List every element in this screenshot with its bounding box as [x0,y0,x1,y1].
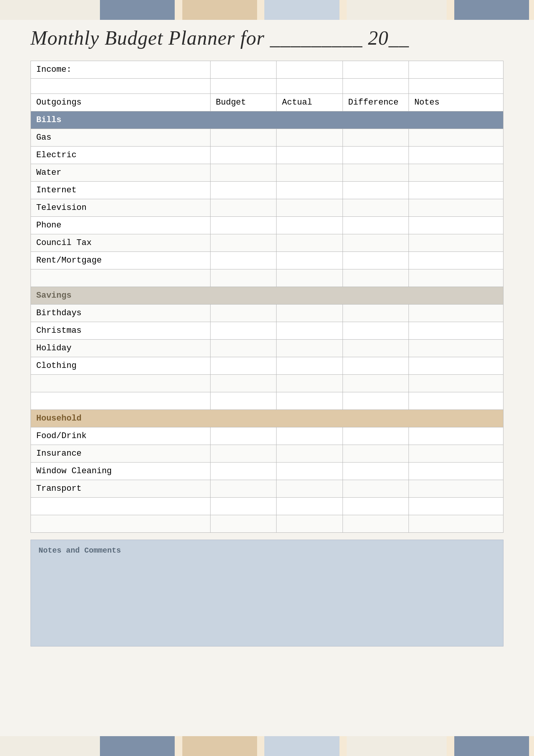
budget-cell[interactable] [210,463,276,480]
diff-cell[interactable] [343,129,409,147]
diff-cell[interactable] [343,480,409,498]
diff-cell[interactable] [343,252,409,269]
diff-cell[interactable] [343,234,409,252]
table-row: Holiday [31,340,503,357]
actual-cell[interactable] [277,305,343,322]
notes-cell[interactable] [409,357,503,375]
notes-cell[interactable] [409,182,503,199]
income-budget-cell[interactable] [210,61,276,79]
diff-cell[interactable] [343,498,409,515]
notes-label: Notes and Comments [39,546,495,555]
notes-cell[interactable] [409,234,503,252]
table-row: Birthdays [31,305,503,322]
actual-cell[interactable] [277,164,343,182]
budget-cell[interactable] [210,498,276,515]
actual-cell[interactable] [277,322,343,340]
diff-cell[interactable] [343,322,409,340]
diff-cell[interactable] [343,392,409,410]
diff-cell[interactable] [343,463,409,480]
diff-cell[interactable] [343,340,409,357]
notes-cell[interactable] [409,498,503,515]
budget-cell[interactable] [210,305,276,322]
budget-cell[interactable] [210,234,276,252]
budget-cell[interactable] [210,182,276,199]
actual-cell[interactable] [277,234,343,252]
item-label: Television [31,199,211,217]
notes-cell[interactable] [409,445,503,463]
actual-cell[interactable] [277,252,343,269]
diff-cell[interactable] [343,375,409,392]
page-title: Monthly Budget Planner for _________ 20_… [31,27,503,49]
notes-cell[interactable] [409,252,503,269]
notes-cell[interactable] [409,269,503,287]
col-header-actual: Actual [277,94,343,111]
budget-cell[interactable] [210,199,276,217]
actual-cell[interactable] [277,375,343,392]
budget-cell[interactable] [210,340,276,357]
income-diff-cell[interactable] [343,61,409,79]
budget-cell[interactable] [210,427,276,445]
notes-cell[interactable] [409,217,503,234]
budget-cell[interactable] [210,480,276,498]
notes-cell[interactable] [409,340,503,357]
actual-cell[interactable] [277,445,343,463]
actual-cell[interactable] [277,480,343,498]
notes-cell[interactable] [409,463,503,480]
actual-cell[interactable] [277,199,343,217]
notes-cell[interactable] [409,375,503,392]
deco-seg [175,0,182,20]
notes-cell[interactable] [409,199,503,217]
budget-cell[interactable] [210,217,276,234]
col-header-budget: Budget [210,94,276,111]
budget-cell[interactable] [210,392,276,410]
spacer-row [31,79,503,94]
diff-cell[interactable] [343,305,409,322]
actual-cell[interactable] [277,463,343,480]
actual-cell[interactable] [277,217,343,234]
diff-cell[interactable] [343,357,409,375]
budget-cell[interactable] [210,515,276,533]
notes-cell[interactable] [409,129,503,147]
notes-cell[interactable] [409,392,503,410]
diff-cell[interactable] [343,515,409,533]
actual-cell[interactable] [277,357,343,375]
budget-cell[interactable] [210,147,276,164]
income-actual-cell[interactable] [277,61,343,79]
actual-cell[interactable] [277,392,343,410]
notes-cell[interactable] [409,480,503,498]
diff-cell[interactable] [343,182,409,199]
actual-cell[interactable] [277,340,343,357]
diff-cell[interactable] [343,445,409,463]
notes-cell[interactable] [409,322,503,340]
diff-cell[interactable] [343,164,409,182]
actual-cell[interactable] [277,182,343,199]
diff-cell[interactable] [343,147,409,164]
budget-cell[interactable] [210,269,276,287]
budget-cell[interactable] [210,252,276,269]
actual-cell[interactable] [277,129,343,147]
diff-cell[interactable] [343,217,409,234]
actual-cell[interactable] [277,515,343,533]
diff-cell[interactable] [343,269,409,287]
actual-cell[interactable] [277,498,343,515]
actual-cell[interactable] [277,427,343,445]
notes-cell[interactable] [409,147,503,164]
budget-cell[interactable] [210,164,276,182]
notes-cell[interactable] [409,164,503,182]
section-bills-header: Bills [31,111,503,129]
notes-cell[interactable] [409,515,503,533]
income-notes-cell[interactable] [409,61,503,79]
budget-cell[interactable] [210,445,276,463]
main-content: Income: Outgoings Budget Actual Differen… [0,61,534,646]
budget-cell[interactable] [210,357,276,375]
notes-cell[interactable] [409,305,503,322]
budget-cell[interactable] [210,322,276,340]
diff-cell[interactable] [343,199,409,217]
actual-cell[interactable] [277,269,343,287]
notes-cell[interactable] [409,427,503,445]
diff-cell[interactable] [343,427,409,445]
budget-cell[interactable] [210,129,276,147]
budget-cell[interactable] [210,375,276,392]
budget-table: Income: Outgoings Budget Actual Differen… [31,61,503,533]
actual-cell[interactable] [277,147,343,164]
